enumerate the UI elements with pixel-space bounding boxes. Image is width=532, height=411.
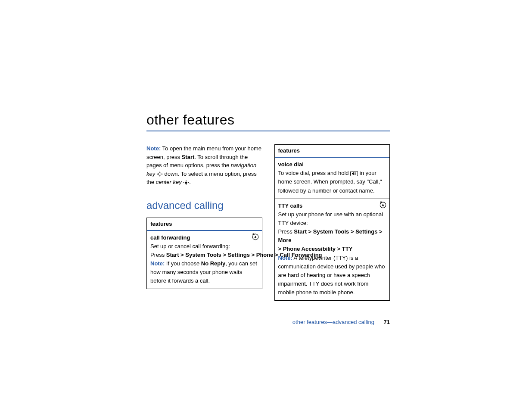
note-text-a: If you choose (165, 260, 201, 267)
footer-text: other features—advanced calling (292, 319, 374, 325)
two-column-layout: Note: To open the main menu from your ho… (146, 144, 390, 301)
row-desc: Set up your phone for use with an option… (278, 210, 386, 227)
path-prefix: Press (278, 228, 294, 235)
svg-text:A: A (254, 235, 257, 239)
menu-path-line2: > Phone Accessibility > TTY (278, 246, 353, 252)
intro-text-d: . (189, 179, 191, 185)
note-text: A teletypewriter (TTY) is a communicatio… (278, 255, 385, 296)
table-header: features (275, 145, 390, 158)
left-column: Note: To open the main menu from your ho… (146, 144, 262, 289)
page-title: other features (146, 112, 390, 128)
svg-point-6 (184, 182, 184, 183)
table-row-call-forwarding: A call forwarding Set up or cancel call … (147, 231, 262, 289)
svg-point-8 (186, 180, 187, 181)
svg-point-1 (157, 174, 158, 174)
svg-point-5 (185, 181, 187, 184)
no-reply-label: No Reply (201, 260, 225, 267)
network-feature-icon: A (379, 201, 387, 209)
page-number: 71 (384, 319, 390, 325)
row-title: voice dial (278, 161, 304, 168)
page-container: other features Note: To open the main me… (0, 0, 532, 325)
note-label: Note: (278, 255, 292, 261)
right-column: features voice dial To voice dial, press… (274, 144, 390, 301)
table-header: features (147, 218, 262, 231)
features-table-right: features voice dial To voice dial, press… (274, 144, 390, 301)
section-heading: advanced calling (146, 199, 262, 212)
table-row-tty-calls: A TTY calls Set up your phone for use wi… (275, 199, 390, 301)
features-table-left: features A call forwarding Set up or can… (146, 218, 262, 290)
svg-point-0 (159, 173, 161, 175)
navigation-key-icon (157, 171, 163, 177)
svg-point-4 (159, 176, 160, 177)
title-rule (146, 131, 390, 131)
center-key-label: center key (156, 179, 182, 185)
table-row-voice-dial: voice dial To voice dial, press and hold… (275, 158, 390, 199)
svg-text:A: A (382, 203, 384, 207)
note-label: Note: (146, 145, 161, 152)
network-feature-icon: A (252, 233, 259, 240)
speaker-key-icon (350, 171, 358, 176)
svg-point-3 (159, 172, 160, 173)
start-key-label: Start (182, 154, 195, 160)
voice-dial-text-a: To voice dial, press and hold (278, 170, 351, 176)
page-footer: other features—advanced calling 71 (146, 319, 390, 325)
row-desc: Set up or cancel call forwarding: (150, 242, 258, 251)
note-label: Note: (150, 260, 165, 267)
intro-note: Note: To open the main menu from your ho… (146, 144, 262, 187)
svg-rect-15 (351, 171, 358, 176)
row-title: call forwarding (150, 234, 190, 241)
row-title: TTY calls (278, 202, 303, 209)
menu-path-line1: Start > System Tools > Settings > More (278, 228, 383, 243)
center-key-icon (183, 180, 189, 185)
svg-point-9 (186, 184, 187, 185)
path-prefix: Press (150, 252, 166, 258)
